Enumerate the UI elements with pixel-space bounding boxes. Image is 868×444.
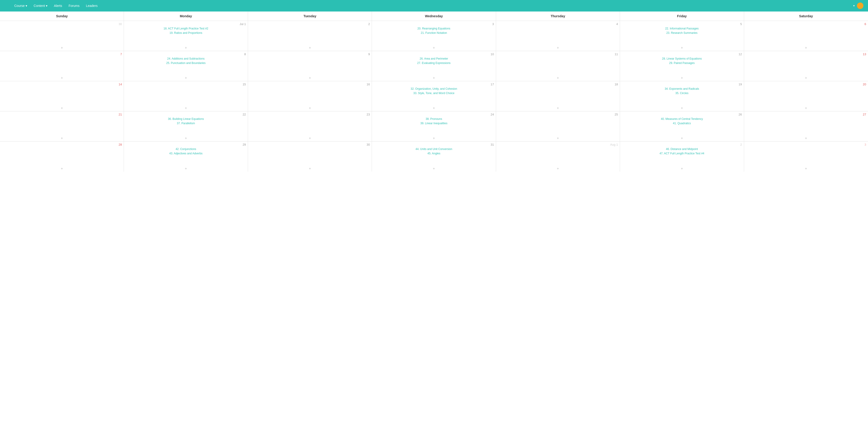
calendar-event[interactable]: 27. Evaluating Expressions	[374, 61, 494, 65]
add-event-button[interactable]: +	[498, 135, 618, 140]
calendar-cell: 23+	[248, 111, 372, 141]
add-event-button[interactable]: +	[2, 75, 122, 80]
add-event-button[interactable]: +	[498, 166, 618, 171]
cell-date: 27	[746, 113, 866, 116]
nav-link-course[interactable]: Course ▾	[11, 3, 30, 9]
cell-date: 2	[250, 22, 370, 26]
cell-date: 2	[622, 143, 742, 146]
add-event-button[interactable]: +	[126, 166, 246, 171]
add-event-button[interactable]: +	[2, 45, 122, 50]
calendar-event[interactable]: 24. Additions and Subtractions	[126, 57, 246, 61]
add-event-button[interactable]: +	[498, 45, 618, 50]
calendar-event[interactable]: 47. ACT Full Length Practice Test #4	[622, 151, 742, 156]
calendar-event[interactable]: 28. Linear Systems of Equations	[622, 57, 742, 61]
calendar-event[interactable]: 39. Linear Inequalities	[374, 122, 494, 125]
calendar-event[interactable]: 26. Area and Perimeter	[374, 57, 494, 61]
add-event-button[interactable]: +	[374, 135, 494, 140]
add-event-button[interactable]: +	[250, 75, 370, 80]
add-event-button[interactable]: +	[126, 105, 246, 110]
add-event-button[interactable]: +	[622, 75, 742, 80]
cell-date: Jul 1	[126, 22, 246, 26]
calendar-cell: 246. Distance and Midpoint47. ACT Full L…	[620, 141, 744, 172]
add-event-button[interactable]: +	[746, 45, 866, 50]
calendar-cell: 20+	[744, 81, 868, 111]
calendar-cell: 27+	[744, 111, 868, 141]
add-event-button[interactable]: +	[746, 166, 866, 171]
calendar: SundayMondayTuesdayWednesdayThursdayFrid…	[0, 11, 868, 172]
cell-date: 20	[746, 82, 866, 86]
calendar-event[interactable]: 29. Paired Passages	[622, 61, 742, 65]
nav-right: ▾	[851, 3, 863, 9]
calendar-cell: 30+	[248, 141, 372, 172]
add-event-button[interactable]: +	[498, 75, 618, 80]
add-event-button[interactable]: +	[374, 105, 494, 110]
add-event-button[interactable]: +	[250, 135, 370, 140]
add-event-button[interactable]: +	[250, 45, 370, 50]
calendar-cell: 2236. Building Linear Equations37. Paral…	[124, 111, 248, 141]
nav-link-leaders[interactable]: Leaders	[83, 3, 100, 9]
add-event-button[interactable]: +	[622, 45, 742, 50]
calendar-event[interactable]: 36. Building Linear Equations	[126, 117, 246, 121]
cell-events	[746, 87, 866, 105]
calendar-event[interactable]: 37. Parallelism	[126, 122, 246, 125]
calendar-event[interactable]: 32. Organization, Unity, and Cohesion	[374, 87, 494, 91]
add-event-button[interactable]: +	[2, 166, 122, 171]
add-event-button[interactable]: +	[622, 105, 742, 110]
calendar-event[interactable]: 20. Rearranging Equations	[374, 27, 494, 31]
calendar-cell: 2640. Measures of Central Tendency41. Qu…	[620, 111, 744, 141]
add-event-button[interactable]: +	[126, 45, 246, 50]
add-event-button[interactable]: +	[622, 135, 742, 140]
cell-date: 14	[2, 82, 122, 86]
nav-links: Course ▾Content ▾AlertsForumsLeaders	[11, 3, 851, 9]
add-event-button[interactable]: +	[374, 75, 494, 80]
cell-date: 8	[126, 53, 246, 56]
cell-date: 23	[250, 113, 370, 116]
calendar-event[interactable]: 23. Research Summaries	[622, 31, 742, 35]
calendar-cell: 2438. Pronouns39. Linear Inequalities+	[372, 111, 496, 141]
calendar-event[interactable]: 33. Style, Tone, and Word Choice	[374, 91, 494, 95]
calendar-event[interactable]: 25. Punctuation and Boundaries	[126, 61, 246, 65]
calendar-event[interactable]: 18. ACT Full Length Practice Test #2	[126, 27, 246, 31]
calendar-cell: Jul 118. ACT Full Length Practice Test #…	[124, 21, 248, 51]
add-event-button[interactable]: +	[250, 105, 370, 110]
calendar-event[interactable]: 35. Circles	[622, 91, 742, 95]
calendar-event[interactable]: 34. Exponents and Radicals	[622, 87, 742, 91]
calendar-event[interactable]: 38. Pronouns	[374, 117, 494, 121]
cell-date: 29	[126, 143, 246, 146]
nav-link-alerts[interactable]: Alerts	[51, 3, 65, 9]
calendar-event[interactable]: 40. Measures of Central Tendency	[622, 117, 742, 121]
add-event-button[interactable]: +	[2, 105, 122, 110]
add-event-button[interactable]: +	[374, 166, 494, 171]
add-event-button[interactable]: +	[2, 135, 122, 140]
add-event-button[interactable]: +	[498, 105, 618, 110]
calendar-cell: 16+	[248, 81, 372, 111]
cell-events	[2, 147, 122, 166]
calendar-event[interactable]: 42. Conjunctions	[126, 147, 246, 151]
add-event-button[interactable]: +	[250, 166, 370, 171]
add-event-button[interactable]: +	[126, 75, 246, 80]
notification-button[interactable]	[857, 3, 863, 9]
calendar-event[interactable]: 45. Angles	[374, 151, 494, 156]
add-event-button[interactable]: +	[746, 105, 866, 110]
calendar-event[interactable]: 43. Adjectives and Adverbs	[126, 151, 246, 156]
calendar-event[interactable]: 46. Distance and Midpoint	[622, 147, 742, 151]
add-event-button[interactable]: +	[622, 166, 742, 171]
cell-events: 24. Additions and Subtractions25. Punctu…	[126, 57, 246, 75]
calendar-event[interactable]: 41. Quadratics	[622, 122, 742, 125]
add-event-button[interactable]: +	[746, 75, 866, 80]
add-event-button[interactable]: +	[746, 135, 866, 140]
calendar-event[interactable]: 19. Ratios and Proportions	[126, 31, 246, 35]
add-event-button[interactable]: +	[126, 135, 246, 140]
calendar-event[interactable]: 22. Informational Passages	[622, 27, 742, 31]
user-dropdown-arrow[interactable]: ▾	[853, 4, 855, 7]
nav-link-forums[interactable]: Forums	[66, 3, 82, 9]
add-event-button[interactable]: +	[374, 45, 494, 50]
calendar-event[interactable]: 44. Units and Unit Conversion	[374, 147, 494, 151]
cell-events: 28. Linear Systems of Equations29. Paire…	[622, 57, 742, 75]
nav-link-content[interactable]: Content ▾	[31, 3, 50, 9]
header-sunday: Sunday	[0, 11, 124, 21]
cell-events	[498, 57, 618, 75]
calendar-cell: 15+	[124, 81, 248, 111]
cell-date: 9	[250, 53, 370, 56]
calendar-event[interactable]: 21. Function Notation	[374, 31, 494, 35]
